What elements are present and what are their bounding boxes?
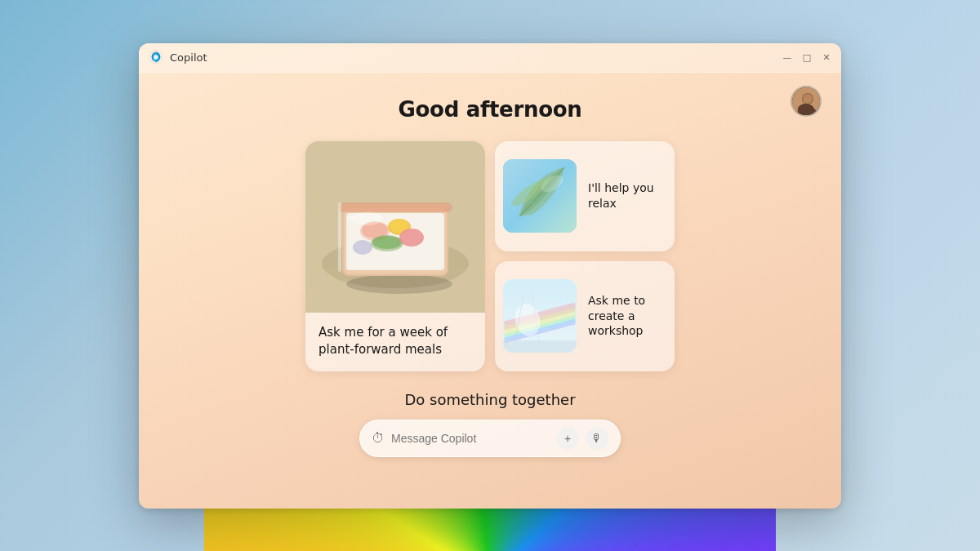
relax-image (503, 159, 577, 233)
app-window: Copilot — □ ✕ Good afternoon (139, 43, 841, 509)
card-workshop-text: Ask me to create a workshop (585, 293, 675, 340)
input-actions: + 🎙 (556, 427, 608, 450)
greeting-text: Good afternoon (398, 97, 581, 122)
main-content: Good afternoon (139, 73, 841, 509)
svg-point-21 (372, 236, 402, 249)
add-button[interactable]: + (556, 427, 579, 450)
minimize-button[interactable]: — (782, 52, 792, 62)
maximize-button[interactable]: □ (802, 52, 812, 62)
message-input[interactable] (391, 432, 550, 445)
svg-point-24 (353, 240, 372, 255)
svg-point-25 (350, 212, 383, 225)
card-workshop[interactable]: Ask me to create a workshop (495, 261, 675, 371)
svg-rect-13 (340, 203, 451, 211)
user-avatar[interactable] (791, 86, 822, 117)
svg-rect-40 (503, 340, 577, 353)
titlebar: Copilot — □ ✕ (139, 43, 841, 73)
card-plant-meals-text: Ask me for a week of plant-forward meals (305, 313, 485, 371)
card-plant-meals[interactable]: Ask me for a week of plant-forward meals (305, 141, 485, 371)
bento-image (305, 141, 485, 313)
window-title: Copilot (170, 51, 782, 64)
svg-point-23 (401, 229, 422, 244)
section-label: Do something together (404, 391, 575, 408)
card-relax-text: I'll help you relax (585, 180, 675, 211)
svg-point-1 (154, 55, 158, 59)
microphone-button[interactable]: 🎙 (586, 427, 608, 450)
close-button[interactable]: ✕ (822, 52, 831, 62)
app-icon (149, 50, 163, 64)
history-icon[interactable]: ⏱ (372, 430, 385, 446)
workshop-image (503, 279, 577, 353)
svg-point-9 (346, 274, 452, 294)
avatar-image (792, 87, 820, 115)
window-controls: — □ ✕ (782, 52, 831, 62)
message-input-bar: ⏱ + 🎙 (359, 420, 621, 457)
card-relax[interactable]: I'll help you relax (495, 141, 675, 251)
svg-rect-26 (338, 202, 341, 272)
suggestion-cards: Ask me for a week of plant-forward meals (305, 141, 675, 371)
svg-point-5 (803, 94, 813, 104)
